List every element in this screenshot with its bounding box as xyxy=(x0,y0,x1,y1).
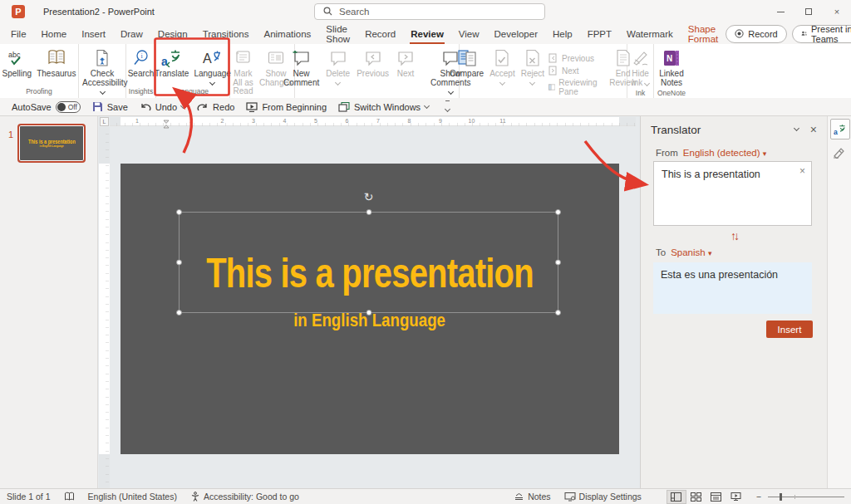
accept-dropdown-icon xyxy=(499,79,505,85)
swap-languages-icon[interactable]: ↑↓ xyxy=(641,229,827,242)
slide[interactable]: This is a presentation in English Langua… xyxy=(121,164,619,454)
new-comment-button[interactable]: New Comment xyxy=(282,47,321,88)
redo-button[interactable]: Redo xyxy=(197,102,234,112)
tab-shape-format[interactable]: Shape Format xyxy=(681,23,726,44)
group-insights: i Search Insights xyxy=(126,44,156,98)
slideshow-view-button[interactable] xyxy=(726,490,746,504)
resize-handle-sw[interactable] xyxy=(176,310,182,316)
tab-record[interactable]: Record xyxy=(357,23,403,44)
search-box[interactable]: Search xyxy=(314,3,545,20)
compare-previous-button[interactable]: Previous xyxy=(548,53,600,63)
ink-tools-pane-tab[interactable] xyxy=(833,146,845,162)
autosave-toggle[interactable]: AutoSave Off xyxy=(12,101,81,113)
switch-windows-button[interactable]: Switch Windows xyxy=(338,101,429,112)
zoom-slider[interactable] xyxy=(768,497,844,497)
pane-options-icon[interactable] xyxy=(794,125,799,131)
present-in-teams-button[interactable]: Present in Teams xyxy=(792,25,851,43)
previous-comment-button[interactable]: Previous xyxy=(355,47,391,80)
delete-comment-button[interactable]: Delete xyxy=(324,47,352,86)
ink-eraser-icon xyxy=(833,146,845,159)
language-indicator[interactable]: English (United States) xyxy=(88,492,177,502)
resize-handle-ne[interactable] xyxy=(555,209,561,215)
zoom-out-button[interactable]: − xyxy=(756,492,761,502)
resize-handle-n[interactable] xyxy=(366,209,371,215)
tab-help[interactable]: Help xyxy=(545,23,580,44)
reject-icon xyxy=(524,48,542,68)
insert-button[interactable]: Insert xyxy=(766,321,813,338)
tab-slide-show[interactable]: Slide Show xyxy=(318,23,357,44)
smart-search-button[interactable]: i Search xyxy=(126,47,156,80)
reject-dropdown-icon xyxy=(529,79,535,85)
vertical-ruler[interactable] xyxy=(99,127,110,488)
tab-watermark[interactable]: Watermark xyxy=(619,23,681,44)
linked-notes-button[interactable]: N Linked Notes xyxy=(654,47,689,88)
hide-ink-button[interactable]: Hide Ink xyxy=(627,47,653,88)
translate-button[interactable]: a Translate xyxy=(153,47,190,80)
slide-thumbnail[interactable]: This is a presentation in English Langua… xyxy=(17,124,86,163)
present-label: Present in Teams xyxy=(811,24,851,44)
normal-view-button[interactable] xyxy=(667,490,686,504)
source-text-box[interactable]: This is a presentation × xyxy=(653,161,812,226)
tab-file[interactable]: File xyxy=(3,23,34,44)
resize-handle-s[interactable] xyxy=(366,310,371,316)
delete-comment-label: Delete xyxy=(326,70,350,79)
language-button[interactable]: A Language xyxy=(192,47,233,86)
tab-fppt[interactable]: FPPT xyxy=(580,23,619,44)
reviewing-pane-button[interactable]: Reviewing Pane xyxy=(548,78,600,96)
group-label-ink: Ink xyxy=(627,88,653,98)
textbox-selection[interactable]: ↻ xyxy=(179,212,558,313)
accessibility-indicator[interactable]: Accessibility: Good to go xyxy=(190,492,299,502)
next-comment-button[interactable]: Next xyxy=(394,47,417,80)
display-settings-button[interactable]: Display Settings xyxy=(564,492,642,502)
horizontal-ruler[interactable]: 11234567891011 xyxy=(110,117,636,126)
ruler-number: 1 xyxy=(135,118,139,124)
undo-button[interactable]: Undo xyxy=(140,102,185,112)
check-accessibility-button[interactable]: Check Accessibility xyxy=(81,47,124,97)
to-language-dropdown[interactable]: Spanish ▾ xyxy=(671,247,711,257)
tab-insert[interactable]: Insert xyxy=(74,23,113,44)
autosave-state: Off xyxy=(68,103,77,111)
tab-draw[interactable]: Draw xyxy=(113,23,150,44)
resize-handle-nw[interactable] xyxy=(176,209,182,215)
previous-comment-label: Previous xyxy=(357,70,389,79)
tab-review[interactable]: Review xyxy=(403,23,451,44)
mark-all-as-read-button[interactable]: Mark All as Read xyxy=(230,47,256,97)
tab-home[interactable]: Home xyxy=(34,23,75,44)
tab-selector-icon[interactable]: L xyxy=(100,117,109,126)
restore-button[interactable] xyxy=(794,0,823,23)
compare-next-button[interactable]: Next xyxy=(548,66,600,76)
rotate-handle[interactable]: ↻ xyxy=(364,191,374,203)
pane-close-icon[interactable]: × xyxy=(810,123,817,136)
save-button[interactable]: Save xyxy=(92,101,128,112)
reading-view-button[interactable] xyxy=(706,490,726,504)
ruler-ticks xyxy=(110,123,636,126)
tab-transitions[interactable]: Transitions xyxy=(195,23,257,44)
qat-overflow-button[interactable] xyxy=(445,100,450,113)
resize-handle-se[interactable] xyxy=(555,310,561,316)
minimize-button[interactable] xyxy=(766,0,794,23)
from-beginning-button[interactable]: From Beginning xyxy=(246,101,327,112)
from-language-dropdown[interactable]: English (detected) ▾ xyxy=(683,148,766,158)
translator-pane-tab[interactable]: a xyxy=(830,119,850,139)
close-button[interactable]: × xyxy=(823,0,851,23)
slide-indicator[interactable]: Slide 1 of 1 xyxy=(7,492,51,502)
tab-view[interactable]: View xyxy=(451,23,487,44)
resize-handle-w[interactable] xyxy=(176,260,182,266)
reject-button[interactable]: Reject xyxy=(519,47,546,86)
record-button[interactable]: Record xyxy=(726,25,786,43)
notes-button[interactable]: Notes xyxy=(514,492,550,502)
delete-dropdown-icon xyxy=(335,79,341,85)
resize-handle-e[interactable] xyxy=(555,260,561,266)
translate-label: Translate xyxy=(155,70,189,79)
spelling-button[interactable]: abc Spelling xyxy=(1,47,34,80)
slide-sorter-view-button[interactable] xyxy=(686,490,706,504)
thesaurus-button[interactable]: Thesaurus xyxy=(35,47,77,80)
clear-source-icon[interactable]: × xyxy=(799,165,805,177)
tab-animations[interactable]: Animations xyxy=(256,23,318,44)
compare-button[interactable]: Compare xyxy=(448,47,485,80)
tab-design[interactable]: Design xyxy=(150,23,195,44)
zoom-slider-thumb[interactable] xyxy=(780,493,782,501)
tab-developer[interactable]: Developer xyxy=(487,23,545,44)
accept-button[interactable]: Accept xyxy=(488,47,517,86)
spellcheck-icon[interactable] xyxy=(64,492,75,502)
